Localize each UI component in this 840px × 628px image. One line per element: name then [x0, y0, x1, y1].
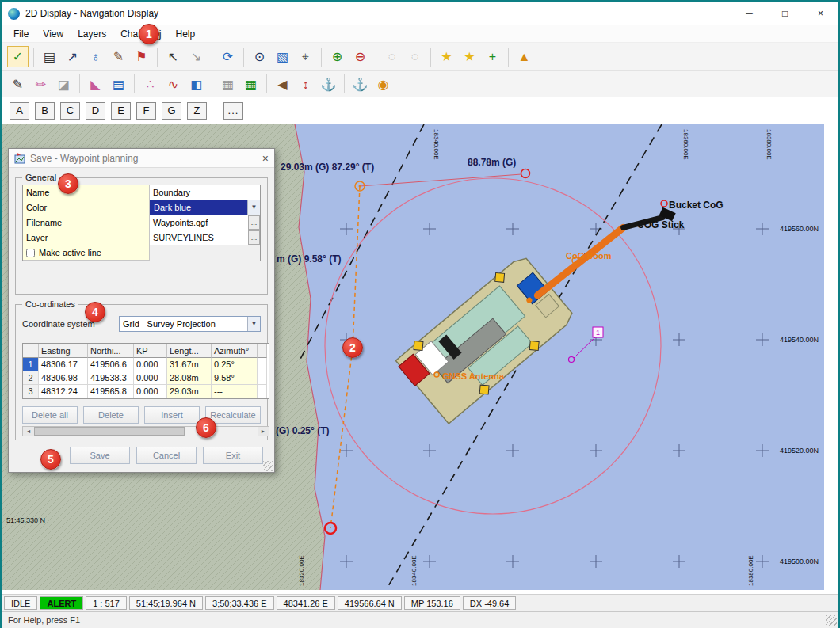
view-button-c[interactable]: C: [60, 102, 80, 120]
survey-line-icon[interactable]: ∿: [162, 74, 184, 95]
true-north-icon[interactable]: ↕: [295, 74, 316, 95]
menu-file[interactable]: File: [6, 27, 36, 41]
draw-pencil-icon[interactable]: ✎: [7, 74, 29, 95]
row-1-azimuth[interactable]: 0.25°: [212, 358, 258, 371]
refresh-view-icon[interactable]: ⟳: [217, 46, 239, 67]
row-2-easting[interactable]: 48306.98: [39, 371, 88, 385]
row-3-northing[interactable]: 419565.8: [88, 385, 134, 398]
sound-alert-icon[interactable]: ◀: [272, 74, 293, 95]
view-button-d[interactable]: D: [86, 102, 105, 120]
menu-view[interactable]: View: [36, 27, 71, 41]
vessel-3d-icon[interactable]: ▲: [514, 46, 535, 67]
view-button-more[interactable]: ...: [223, 102, 243, 120]
row-2-northing[interactable]: 419538.3: [88, 371, 134, 385]
zoom-selection-icon[interactable]: ▧: [272, 46, 293, 67]
alarm-icon[interactable]: ◉: [372, 74, 394, 95]
minimize-button[interactable]: ─: [731, 2, 767, 25]
dialog-resize-grip[interactable]: [263, 461, 273, 471]
zoom-document-icon[interactable]: ▤: [39, 46, 60, 67]
delete-button[interactable]: Delete: [83, 406, 139, 424]
insert-button[interactable]: Insert: [144, 406, 200, 424]
row-1-kp[interactable]: 0.000: [134, 358, 167, 371]
scroll-right-icon[interactable]: ►: [258, 427, 269, 436]
find-binoculars-icon[interactable]: ⌖: [295, 46, 316, 67]
coordinate-system-select[interactable]: Grid - Survey Projection ▼: [119, 316, 261, 332]
zoom-window-icon[interactable]: ⊙: [249, 46, 270, 67]
close-button[interactable]: ×: [803, 2, 838, 25]
grid-active-icon[interactable]: ▦: [240, 74, 262, 95]
layer-browse-button[interactable]: ...: [248, 230, 260, 245]
row-3-number[interactable]: 3: [23, 385, 39, 398]
save-button[interactable]: Save: [70, 447, 130, 464]
col-header-length[interactable]: Lengt...: [167, 344, 212, 358]
vessel-anchor-icon[interactable]: ⚓: [349, 74, 371, 95]
table-horizontal-scrollbar[interactable]: ◄ ►: [22, 426, 269, 436]
view-button-e[interactable]: E: [111, 102, 131, 120]
row-1-easting[interactable]: 48306.17: [39, 358, 88, 371]
filename-value[interactable]: Waypoints.qgf ...: [150, 215, 260, 230]
col-header-azimuth[interactable]: Azimuth°: [212, 344, 258, 358]
edit-coordinates-icon[interactable]: ✎: [108, 46, 129, 67]
scroll-left-icon[interactable]: ◄: [23, 427, 34, 436]
maximize-button[interactable]: □: [767, 2, 803, 25]
col-header-rownum[interactable]: [23, 344, 39, 358]
row-2-length[interactable]: 28.08m: [167, 371, 212, 385]
zoom-in-icon[interactable]: ⊕: [326, 46, 348, 67]
favorite-view-2-icon[interactable]: ★: [459, 46, 480, 67]
color-swatch[interactable]: Dark blue: [150, 200, 247, 215]
filename-browse-button[interactable]: ...: [248, 215, 260, 230]
exit-button[interactable]: Exit: [203, 447, 263, 464]
layer-value[interactable]: SURVEYLINES ...: [150, 230, 260, 245]
col-header-northing[interactable]: Northi...: [88, 344, 134, 358]
window-resize-grip[interactable]: [826, 615, 837, 626]
cursor-multi-icon[interactable]: ↘: [185, 46, 207, 67]
row-2-kp[interactable]: 0.000: [134, 371, 167, 385]
color-gradient-icon[interactable]: ◧: [185, 74, 207, 95]
zoom-next-icon[interactable]: ◌: [404, 46, 426, 67]
view-button-f[interactable]: F: [136, 102, 156, 120]
draw-color-icon[interactable]: ✏: [30, 74, 52, 95]
row-2-azimuth[interactable]: 9.58°: [212, 371, 258, 385]
row-3-azimuth[interactable]: ---: [212, 385, 258, 398]
menu-help[interactable]: Help: [169, 27, 203, 41]
name-value[interactable]: Boundary: [150, 185, 260, 200]
favorite-view-1-icon[interactable]: ★: [436, 46, 457, 67]
delete-all-button[interactable]: Delete all: [22, 406, 78, 424]
cursor-select-icon[interactable]: ↖: [162, 46, 184, 67]
dialog-close-icon[interactable]: ×: [262, 152, 269, 165]
view-button-g[interactable]: G: [162, 102, 181, 120]
row-1-length[interactable]: 31.67m: [167, 358, 212, 371]
row-3-easting[interactable]: 48312.24: [39, 385, 88, 398]
profile-view-icon[interactable]: ▤: [108, 74, 129, 95]
row-3-kp[interactable]: 0.000: [134, 385, 167, 398]
row-1-number[interactable]: 1: [23, 358, 39, 371]
row-3-length[interactable]: 29.03m: [167, 385, 212, 398]
make-active-line-row[interactable]: Make active line: [23, 245, 150, 261]
zoom-previous-icon[interactable]: ◌: [381, 46, 403, 67]
row-2-number[interactable]: 2: [23, 371, 39, 385]
volume-model-icon[interactable]: ◣: [85, 74, 106, 95]
survey-verify-icon[interactable]: ✓: [7, 46, 29, 67]
anchor-watch-icon[interactable]: ⚓: [318, 74, 339, 95]
color-value[interactable]: Dark blue ▼: [150, 200, 260, 215]
col-header-easting[interactable]: Easting: [39, 344, 88, 358]
draw-stamp-icon[interactable]: ◪: [53, 74, 74, 95]
view-button-a[interactable]: A: [10, 102, 29, 120]
dialog-title-bar[interactable]: Save - Waypoint planning ×: [9, 149, 274, 168]
view-button-b[interactable]: B: [35, 102, 55, 120]
favorite-add-icon[interactable]: +: [482, 46, 503, 67]
coordinate-system-dropdown-icon[interactable]: ▼: [247, 317, 260, 331]
scrollbar-thumb[interactable]: [34, 427, 185, 436]
route-planning-icon[interactable]: ⚑: [131, 46, 152, 67]
col-header-kp[interactable]: KP: [134, 344, 167, 358]
color-dropdown-icon[interactable]: ▼: [247, 200, 260, 215]
row-1-northing[interactable]: 419506.6: [88, 358, 134, 371]
measure-pointer-icon[interactable]: ↗: [62, 46, 83, 67]
menu-layers[interactable]: Layers: [71, 27, 113, 41]
make-active-checkbox[interactable]: [26, 249, 35, 257]
grid-display-icon[interactable]: ▦: [217, 74, 239, 95]
scatter-points-icon[interactable]: ∴: [139, 74, 161, 95]
globe-view-icon[interactable]: ♁: [85, 46, 106, 67]
cancel-button[interactable]: Cancel: [136, 447, 197, 464]
zoom-out-icon[interactable]: ⊖: [349, 46, 371, 67]
